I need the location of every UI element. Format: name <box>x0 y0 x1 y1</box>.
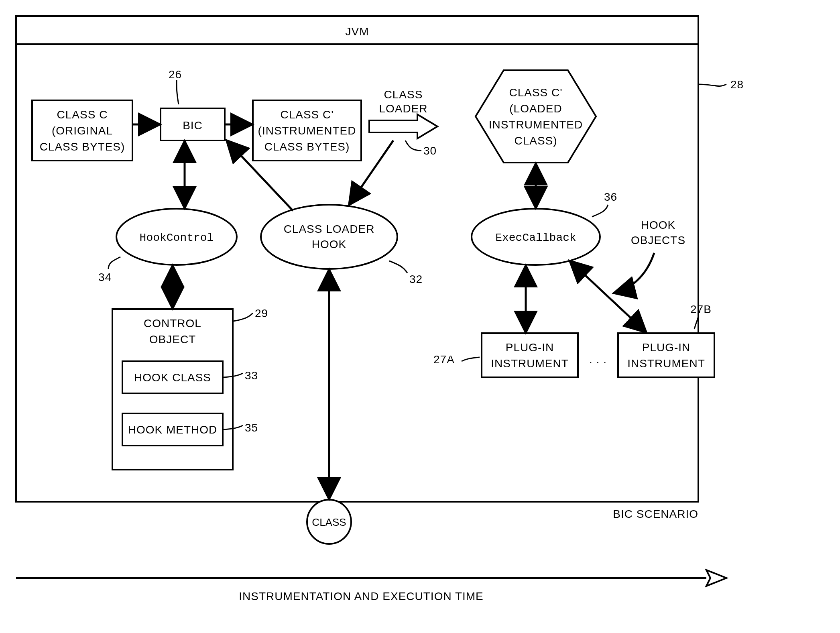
bic-box: BIC <box>161 108 225 140</box>
control-object-box: CONTROL OBJECT HOOK CLASS HOOK METHOD <box>112 309 233 470</box>
ref-27b: 27B <box>690 303 712 315</box>
ref-26: 26 <box>169 68 182 81</box>
jvm-title: JVM <box>346 25 369 38</box>
svg-text:HOOK: HOOK <box>312 238 346 250</box>
svg-text:PLUG-IN: PLUG-IN <box>642 341 691 354</box>
svg-text:OBJECTS: OBJECTS <box>631 234 685 246</box>
exec-callback-ellipse: ExecCallback <box>472 209 600 265</box>
ref-30: 30 <box>423 145 437 157</box>
svg-text:CLASS LOADER: CLASS LOADER <box>284 223 375 235</box>
plugin-b-box: PLUG-IN INSTRUMENT <box>618 333 714 377</box>
svg-rect-34 <box>618 333 714 377</box>
svg-text:OBJECT: OBJECT <box>149 333 196 346</box>
svg-text:INSTRUMENT: INSTRUMENT <box>627 357 705 370</box>
svg-text:HOOK CLASS: HOOK CLASS <box>134 371 211 384</box>
svg-text:HookControl: HookControl <box>140 232 214 244</box>
svg-text:CLASS): CLASS) <box>514 134 557 147</box>
svg-text:HOOK: HOOK <box>641 219 675 231</box>
ref-33: 33 <box>245 369 258 382</box>
svg-text:CLASS: CLASS <box>312 516 346 528</box>
svg-text:LOADER: LOADER <box>379 102 427 115</box>
ref-36: 36 <box>604 191 617 203</box>
svg-rect-31 <box>482 333 578 377</box>
ref-29: 29 <box>255 307 268 320</box>
ref-35: 35 <box>245 421 258 434</box>
ref-32: 32 <box>409 273 423 285</box>
svg-text:CLASS C': CLASS C' <box>509 86 562 99</box>
diagram-canvas: JVM 28 BIC SCENARIO CLASS C (ORIGINAL CL… <box>0 0 840 633</box>
svg-text:BIC: BIC <box>183 119 203 132</box>
timeline-arrow: INSTRUMENTATION AND EXECUTION TIME <box>16 570 726 602</box>
svg-text:CLASS: CLASS <box>384 88 423 101</box>
svg-text:PLUG-IN: PLUG-IN <box>506 341 554 354</box>
class-circle: CLASS <box>307 500 351 544</box>
ref-27a: 27A <box>433 353 455 366</box>
svg-text:INSTRUMENT: INSTRUMENT <box>491 357 569 370</box>
class-loader-hook-ellipse: CLASS LOADER HOOK <box>261 205 397 269</box>
plugin-dots: . . . <box>589 353 607 366</box>
svg-text:ExecCallback: ExecCallback <box>495 232 576 244</box>
svg-text:CLASS C': CLASS C' <box>280 108 334 121</box>
svg-text:CLASS BYTES): CLASS BYTES) <box>40 140 125 153</box>
hook-control-ellipse: HookControl <box>116 209 237 265</box>
svg-text:(INSTRUMENTED: (INSTRUMENTED <box>258 124 356 137</box>
svg-text:INSTRUMENTATION AND EXECUTION : INSTRUMENTATION AND EXECUTION TIME <box>239 590 484 602</box>
svg-marker-40 <box>706 570 726 586</box>
svg-text:(ORIGINAL: (ORIGINAL <box>52 124 113 137</box>
bic-scenario-label: BIC SCENARIO <box>613 508 698 520</box>
svg-text:(LOADED: (LOADED <box>509 102 562 115</box>
svg-point-19 <box>261 205 397 269</box>
svg-text:CLASS BYTES): CLASS BYTES) <box>264 140 350 153</box>
svg-text:CONTROL: CONTROL <box>144 317 201 330</box>
ref-34: 34 <box>98 271 112 283</box>
ref-28: 28 <box>730 78 744 91</box>
svg-text:HOOK METHOD: HOOK METHOD <box>128 423 218 436</box>
plugin-a-box: PLUG-IN INSTRUMENT <box>482 333 578 377</box>
svg-text:INSTRUMENTED: INSTRUMENTED <box>489 118 583 131</box>
class-c-box: CLASS C (ORIGINAL CLASS BYTES) <box>32 100 132 161</box>
svg-text:CLASS C: CLASS C <box>57 108 108 121</box>
class-c-prime-box: CLASS C' (INSTRUMENTED CLASS BYTES) <box>253 100 361 161</box>
